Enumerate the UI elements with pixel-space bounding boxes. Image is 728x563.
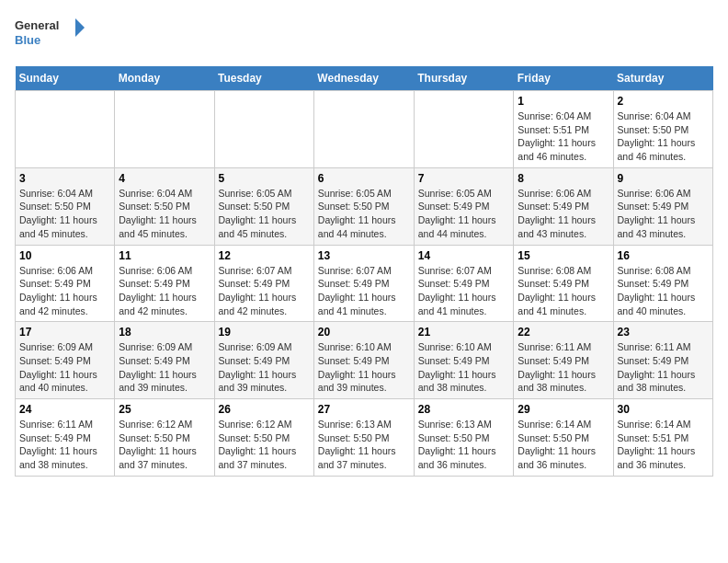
calendar-cell: 11Sunrise: 6:06 AMSunset: 5:49 PMDayligh…: [115, 245, 214, 322]
day-number: 4: [119, 172, 210, 185]
svg-text:General: General: [15, 18, 59, 32]
calendar-cell: 26Sunrise: 6:12 AMSunset: 5:50 PMDayligh…: [214, 399, 313, 477]
calendar-cell: 8Sunrise: 6:06 AMSunset: 5:49 PMDaylight…: [514, 167, 613, 245]
calendar-cell: 21Sunrise: 6:10 AMSunset: 5:49 PMDayligh…: [414, 322, 514, 399]
cell-info: Sunrise: 6:08 AMSunset: 5:49 PMDaylight:…: [618, 264, 710, 318]
cell-info: Sunrise: 6:05 AMSunset: 5:50 PMDaylight:…: [318, 187, 410, 241]
cell-info: Sunrise: 6:14 AMSunset: 5:50 PMDaylight:…: [518, 418, 609, 472]
cell-info: Sunrise: 6:07 AMSunset: 5:49 PMDaylight:…: [418, 264, 510, 318]
day-number: 12: [219, 249, 310, 262]
calendar-cell: [16, 91, 115, 168]
cell-info: Sunrise: 6:10 AMSunset: 5:49 PMDaylight:…: [318, 340, 410, 395]
day-number: 9: [618, 172, 710, 185]
day-number: 20: [318, 326, 410, 339]
day-number: 17: [19, 326, 110, 339]
cell-info: Sunrise: 6:13 AMSunset: 5:50 PMDaylight:…: [318, 418, 410, 472]
calendar-cell: 29Sunrise: 6:14 AMSunset: 5:50 PMDayligh…: [514, 399, 613, 477]
day-number: 11: [119, 249, 210, 262]
day-number: 1: [518, 95, 609, 108]
calendar-cell: 2Sunrise: 6:04 AMSunset: 5:50 PMDaylight…: [613, 91, 713, 168]
col-header-thursday: Thursday: [414, 66, 514, 91]
day-number: 14: [418, 249, 510, 262]
calendar-cell: 7Sunrise: 6:05 AMSunset: 5:49 PMDaylight…: [414, 167, 514, 245]
day-number: 3: [19, 172, 110, 185]
day-number: 6: [318, 172, 410, 185]
calendar-cell: 10Sunrise: 6:06 AMSunset: 5:49 PMDayligh…: [16, 245, 115, 322]
calendar-cell: 25Sunrise: 6:12 AMSunset: 5:50 PMDayligh…: [115, 399, 214, 477]
calendar-cell: 9Sunrise: 6:06 AMSunset: 5:49 PMDaylight…: [613, 167, 713, 245]
cell-info: Sunrise: 6:11 AMSunset: 5:49 PMDaylight:…: [618, 340, 710, 395]
calendar-table: SundayMondayTuesdayWednesdayThursdayFrid…: [15, 66, 713, 477]
day-number: 27: [318, 403, 410, 416]
calendar-cell: 20Sunrise: 6:10 AMSunset: 5:49 PMDayligh…: [313, 322, 414, 399]
day-number: 22: [518, 326, 609, 339]
calendar-cell: 4Sunrise: 6:04 AMSunset: 5:50 PMDaylight…: [115, 167, 214, 245]
cell-info: Sunrise: 6:12 AMSunset: 5:50 PMDaylight:…: [219, 418, 310, 472]
col-header-saturday: Saturday: [613, 66, 713, 91]
calendar-cell: [214, 91, 313, 168]
day-number: 8: [518, 172, 609, 185]
calendar-cell: 14Sunrise: 6:07 AMSunset: 5:49 PMDayligh…: [414, 245, 514, 322]
cell-info: Sunrise: 6:04 AMSunset: 5:50 PMDaylight:…: [119, 187, 210, 241]
cell-info: Sunrise: 6:10 AMSunset: 5:49 PMDaylight:…: [418, 340, 510, 395]
cell-info: Sunrise: 6:06 AMSunset: 5:49 PMDaylight:…: [119, 264, 210, 318]
col-header-tuesday: Tuesday: [214, 66, 313, 91]
day-number: 24: [19, 403, 110, 416]
calendar-cell: [313, 91, 414, 168]
day-number: 15: [518, 249, 609, 262]
day-number: 10: [19, 249, 110, 262]
day-number: 19: [219, 326, 310, 339]
calendar-cell: 16Sunrise: 6:08 AMSunset: 5:49 PMDayligh…: [613, 245, 713, 322]
logo-svg: General Blue: [15, 15, 88, 55]
calendar-cell: 24Sunrise: 6:11 AMSunset: 5:49 PMDayligh…: [16, 399, 115, 477]
svg-text:Blue: Blue: [15, 33, 40, 47]
page-header: General Blue: [15, 15, 713, 55]
cell-info: Sunrise: 6:06 AMSunset: 5:49 PMDaylight:…: [518, 187, 609, 241]
day-number: 18: [119, 326, 210, 339]
cell-info: Sunrise: 6:04 AMSunset: 5:51 PMDaylight:…: [518, 109, 609, 164]
day-number: 28: [418, 403, 510, 416]
cell-info: Sunrise: 6:09 AMSunset: 5:49 PMDaylight:…: [19, 340, 110, 395]
calendar-cell: 30Sunrise: 6:14 AMSunset: 5:51 PMDayligh…: [613, 399, 713, 477]
cell-info: Sunrise: 6:05 AMSunset: 5:50 PMDaylight:…: [219, 187, 310, 241]
day-number: 25: [119, 403, 210, 416]
day-number: 23: [618, 326, 710, 339]
cell-info: Sunrise: 6:14 AMSunset: 5:51 PMDaylight:…: [618, 418, 710, 472]
calendar-cell: [115, 91, 214, 168]
calendar-cell: 18Sunrise: 6:09 AMSunset: 5:49 PMDayligh…: [115, 322, 214, 399]
day-number: 30: [618, 403, 710, 416]
cell-info: Sunrise: 6:06 AMSunset: 5:49 PMDaylight:…: [19, 264, 110, 318]
svg-marker-2: [75, 18, 85, 37]
col-header-friday: Friday: [514, 66, 613, 91]
calendar-cell: 27Sunrise: 6:13 AMSunset: 5:50 PMDayligh…: [313, 399, 414, 477]
cell-info: Sunrise: 6:07 AMSunset: 5:49 PMDaylight:…: [318, 264, 410, 318]
cell-info: Sunrise: 6:08 AMSunset: 5:49 PMDaylight:…: [518, 264, 609, 318]
cell-info: Sunrise: 6:04 AMSunset: 5:50 PMDaylight:…: [618, 109, 710, 164]
calendar-cell: 22Sunrise: 6:11 AMSunset: 5:49 PMDayligh…: [514, 322, 613, 399]
cell-info: Sunrise: 6:07 AMSunset: 5:49 PMDaylight:…: [219, 264, 310, 318]
cell-info: Sunrise: 6:12 AMSunset: 5:50 PMDaylight:…: [119, 418, 210, 472]
day-number: 5: [219, 172, 310, 185]
day-number: 26: [219, 403, 310, 416]
calendar-cell: 1Sunrise: 6:04 AMSunset: 5:51 PMDaylight…: [514, 91, 613, 168]
day-number: 21: [418, 326, 510, 339]
col-header-monday: Monday: [115, 66, 214, 91]
day-number: 29: [518, 403, 609, 416]
calendar-cell: 6Sunrise: 6:05 AMSunset: 5:50 PMDaylight…: [313, 167, 414, 245]
day-number: 7: [418, 172, 510, 185]
day-number: 13: [318, 249, 410, 262]
day-number: 2: [618, 95, 710, 108]
col-header-wednesday: Wednesday: [313, 66, 414, 91]
cell-info: Sunrise: 6:04 AMSunset: 5:50 PMDaylight:…: [19, 187, 110, 241]
calendar-cell: 23Sunrise: 6:11 AMSunset: 5:49 PMDayligh…: [613, 322, 713, 399]
calendar-cell: 17Sunrise: 6:09 AMSunset: 5:49 PMDayligh…: [16, 322, 115, 399]
cell-info: Sunrise: 6:05 AMSunset: 5:49 PMDaylight:…: [418, 187, 510, 241]
calendar-cell: 15Sunrise: 6:08 AMSunset: 5:49 PMDayligh…: [514, 245, 613, 322]
logo: General Blue: [15, 15, 88, 55]
calendar-cell: 19Sunrise: 6:09 AMSunset: 5:49 PMDayligh…: [214, 322, 313, 399]
calendar-cell: 5Sunrise: 6:05 AMSunset: 5:50 PMDaylight…: [214, 167, 313, 245]
calendar-cell: 28Sunrise: 6:13 AMSunset: 5:50 PMDayligh…: [414, 399, 514, 477]
cell-info: Sunrise: 6:09 AMSunset: 5:49 PMDaylight:…: [119, 340, 210, 395]
day-number: 16: [618, 249, 710, 262]
col-header-sunday: Sunday: [16, 66, 115, 91]
